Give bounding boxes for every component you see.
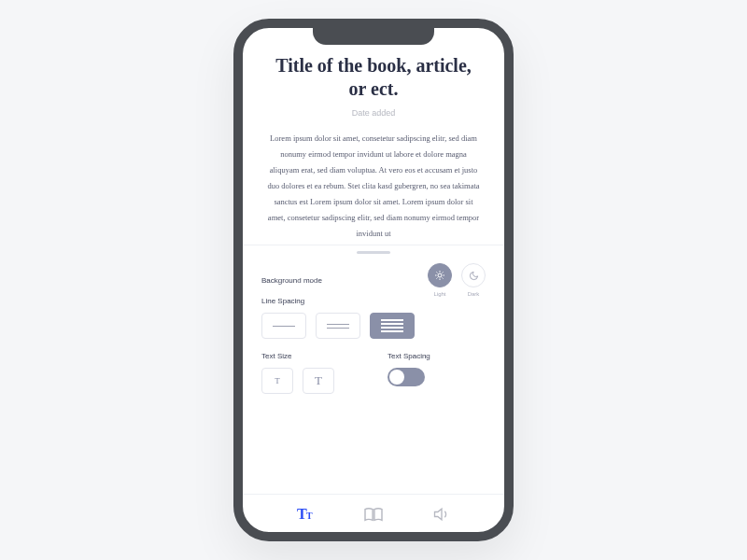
text-spacing-label: Text Spacing [388,352,486,360]
background-mode-row: Background mode Light [261,263,486,297]
background-mode-dark[interactable]: Dark [461,263,486,297]
typography-tab[interactable]: T T [295,504,316,525]
text-size-label: Text Size [261,352,359,360]
svg-point-0 [438,273,442,277]
svg-line-6 [443,278,444,279]
svg-line-7 [436,278,437,279]
book-icon [363,506,384,523]
text-spacing-toggle[interactable] [388,368,425,386]
line-spacing-section: Line Spacing [261,297,486,339]
line-spacing-dense[interactable] [370,313,415,339]
text-controls-row: Text Size T T Text Spacing [261,352,486,394]
background-mode-label: Background mode [261,276,428,285]
settings-panel: Background mode Light [243,245,504,494]
svg-line-5 [436,272,437,273]
text-size-options: T T [261,368,359,394]
line-spacing-medium[interactable] [316,313,360,339]
drag-handle[interactable] [357,251,390,254]
text-spacing-section: Text Spacing [388,352,486,394]
line-spacing-wide[interactable] [261,313,306,339]
background-mode-light[interactable]: Light [428,263,452,297]
screen: Title of the book, article, or ect. Date… [243,28,504,532]
dark-label: Dark [468,291,480,297]
bottom-bar: T T [243,494,504,532]
reading-tab[interactable] [363,504,384,525]
line-spacing-label: Line Spacing [261,297,486,305]
light-label: Light [433,291,445,297]
line-spacing-options [261,313,486,339]
content-date: Date added [267,108,480,118]
typography-icon: T T [295,506,316,523]
toggle-thumb [389,370,404,385]
speaker-icon [432,506,451,523]
line-double-icon [327,324,349,329]
content-title: Title of the book, article, or ect. [267,54,480,101]
sun-icon [428,263,452,287]
phone-frame: Title of the book, article, or ect. Date… [233,19,514,541]
background-mode-toggle: Light Dark [428,263,486,297]
reading-area: Title of the book, article, or ect. Date… [243,28,504,245]
moon-icon [461,263,486,287]
svg-text:T: T [306,511,313,521]
content-body: Lorem ipsum dolor sit amet, consetetur s… [267,131,480,245]
text-size-large[interactable]: T [303,368,334,394]
line-single-icon [273,326,295,327]
svg-line-8 [443,272,444,273]
audio-tab[interactable] [431,504,452,525]
text-size-small[interactable]: T [261,368,293,394]
text-size-section: Text Size T T [261,352,359,394]
phone-notch [313,26,434,45]
lines-stack-icon [381,319,403,332]
